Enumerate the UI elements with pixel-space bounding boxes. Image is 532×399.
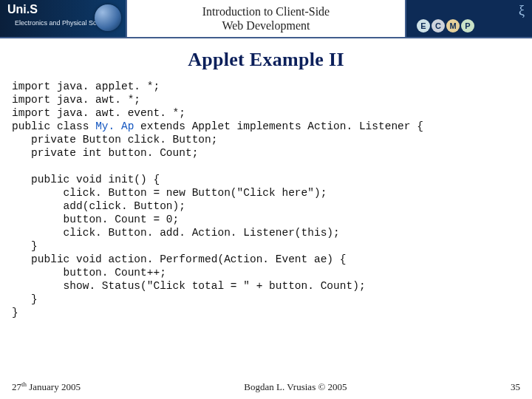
code-line: public void init() { xyxy=(12,174,160,185)
footer-page: 35 xyxy=(511,381,520,393)
code-line: click. Button = new Button("Click here")… xyxy=(12,187,327,199)
code-line: } xyxy=(12,293,38,305)
badge-c: C xyxy=(432,19,445,33)
code-line: private Button click. Button; xyxy=(12,134,217,146)
code-line: import java. awt. *; xyxy=(12,94,140,106)
code-line: } xyxy=(12,240,38,252)
footer-date: 27th January 2005 xyxy=(12,381,81,393)
code-line: import java. awt. event. *; xyxy=(12,107,185,119)
course-line-2: Web Development xyxy=(127,18,405,33)
code-line: } xyxy=(12,307,18,318)
helix-icon: ξ xyxy=(519,3,525,18)
badge-e: E xyxy=(417,19,430,33)
code-line: import java. applet. *; xyxy=(12,81,160,92)
footer-author: Bogdan L. Vrusias © 2005 xyxy=(244,381,347,393)
slide-footer: 27th January 2005 Bogdan L. Vrusias © 20… xyxy=(0,381,532,393)
course-line-1: Introduction to Client-Side xyxy=(127,4,405,18)
globe-icon xyxy=(95,4,121,31)
code-line: extends Applet implements Action. Listen… xyxy=(134,120,423,132)
code-line: click. Button. add. Action. Listener(thi… xyxy=(12,227,340,239)
code-line: public class xyxy=(12,120,95,132)
code-line: add(click. Button); xyxy=(12,200,185,212)
code-line: show. Status("Click total = " + button. … xyxy=(12,280,366,292)
class-name: My. Ap xyxy=(95,120,134,132)
university-logo: Uni.S Electronics and Physical Sciences xyxy=(0,0,126,37)
code-line: private int button. Count; xyxy=(12,147,198,159)
badge-p: P xyxy=(461,19,474,33)
code-line: public void action. Performed(Action. Ev… xyxy=(12,253,346,265)
date-ordinal: th xyxy=(21,381,27,388)
code-line: button. Count++; xyxy=(12,267,166,279)
code-block: import java. applet. *; import java. awt… xyxy=(0,80,532,319)
letter-badges: E C M P xyxy=(417,19,474,33)
date-rest: January 2005 xyxy=(27,381,81,392)
slide-title: Applet Example II xyxy=(0,49,532,71)
partner-logo: ξ E C M P xyxy=(406,0,532,37)
date-day: 27 xyxy=(12,381,21,392)
course-title: Introduction to Client-Side Web Developm… xyxy=(126,0,406,37)
slide-header: Uni.S Electronics and Physical Sciences … xyxy=(0,0,532,38)
badge-m: M xyxy=(446,19,460,33)
code-line: button. Count = 0; xyxy=(12,214,179,225)
university-name: Uni.S xyxy=(7,3,38,16)
